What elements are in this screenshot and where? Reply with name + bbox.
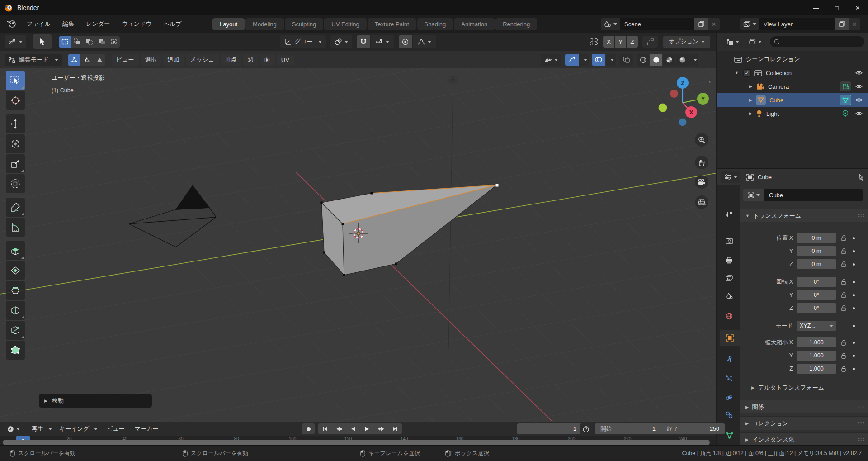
tab-tool[interactable] <box>720 206 739 223</box>
collapse-arrow-icon[interactable]: ▼ <box>735 71 739 75</box>
menu-select[interactable]: 選択 <box>141 54 161 66</box>
start-frame-field[interactable]: 開始 1 <box>595 423 661 434</box>
collection-checkbox[interactable]: ✓ <box>743 69 751 77</box>
tab-animation[interactable]: Animation <box>454 18 495 30</box>
menu-vertex[interactable]: 頂点 <box>221 54 241 66</box>
tab-physics[interactable] <box>720 390 739 406</box>
tab-scene[interactable] <box>720 288 739 304</box>
mesh-data-badge[interactable] <box>840 95 851 105</box>
gizmo-dropdown[interactable] <box>579 54 589 66</box>
loc-x-field[interactable]: 0 m <box>797 233 836 243</box>
menu-render[interactable]: レンダー <box>80 18 116 30</box>
tab-modeling[interactable]: Modeling <box>245 18 284 30</box>
rotation-mode-dropdown[interactable]: XYZ .. <box>797 321 836 331</box>
tool-bevel[interactable] <box>6 281 25 300</box>
transform-panel-header[interactable]: ▼ トランスフォーム ∷∷ <box>740 209 868 222</box>
object-id-browse[interactable] <box>743 189 764 201</box>
snap-projection-toggle[interactable] <box>642 36 658 48</box>
menu-keying[interactable]: キーイング <box>57 423 92 435</box>
falloff-dropdown[interactable] <box>413 35 436 48</box>
proportional-editing-toggle[interactable] <box>399 35 412 48</box>
lock-open-icon[interactable] <box>840 261 846 267</box>
light-data-badge[interactable] <box>840 109 851 119</box>
tool-scale[interactable] <box>6 154 25 173</box>
auto-keying-record-button[interactable] <box>302 423 315 434</box>
outliner-search[interactable] <box>770 36 864 47</box>
scale-y-field[interactable]: 1.000 <box>797 351 836 361</box>
active-tool-select-box[interactable] <box>33 34 52 49</box>
tool-annotate[interactable] <box>6 198 25 217</box>
tab-particles[interactable] <box>720 371 739 387</box>
orthographic-toggle-button[interactable] <box>695 195 708 209</box>
mirror-z-toggle[interactable]: Z <box>627 36 638 48</box>
xray-toggle[interactable] <box>619 54 633 66</box>
gizmo-axis-neg-x[interactable] <box>670 90 678 98</box>
tab-world[interactable] <box>720 308 739 324</box>
animate-dot[interactable] <box>853 307 855 309</box>
end-frame-field[interactable]: 終了 250 <box>661 423 725 434</box>
shading-dropdown[interactable] <box>689 54 698 66</box>
menu-mesh[interactable]: メッシュ <box>186 54 219 66</box>
cube-mesh[interactable] <box>321 184 499 276</box>
tool-rotate[interactable] <box>6 134 25 153</box>
expand-arrow-icon[interactable]: ▶ <box>749 98 752 102</box>
animate-dot[interactable] <box>853 294 855 296</box>
select-mode-invert[interactable] <box>95 36 108 48</box>
camera-object[interactable] <box>129 185 216 247</box>
menu-window[interactable]: ウィンドウ <box>116 18 158 30</box>
maximize-button[interactable]: □ <box>826 0 847 15</box>
mirror-y-toggle[interactable]: Y <box>615 36 626 48</box>
object-name-field[interactable]: Cube <box>764 189 863 201</box>
tab-object[interactable] <box>720 330 740 346</box>
properties-editor-type-dropdown[interactable] <box>721 171 740 183</box>
tab-render[interactable] <box>720 233 739 249</box>
menu-add[interactable]: 追加 <box>163 54 184 66</box>
animate-dot[interactable] <box>853 281 855 283</box>
outliner-row-scene-collection[interactable]: シーンコレクション <box>717 52 868 66</box>
gizmo-axis-neg-z[interactable] <box>679 119 687 126</box>
animate-dot[interactable] <box>853 325 855 327</box>
scene-name-field[interactable]: Scene <box>620 18 694 30</box>
tool-knife[interactable] <box>6 321 25 340</box>
select-mode-new[interactable] <box>59 36 71 48</box>
timeline-editor-type-dropdown[interactable] <box>4 423 24 434</box>
jump-prev-keyframe-button[interactable] <box>332 423 346 434</box>
scene-browse-button[interactable] <box>601 18 620 30</box>
tool-transform[interactable] <box>6 174 25 193</box>
snap-target-dropdown[interactable] <box>371 35 394 48</box>
panel-grip[interactable]: ∷∷ <box>858 437 864 442</box>
animate-dot[interactable] <box>853 250 855 252</box>
camera-data-badge[interactable] <box>840 81 851 91</box>
animate-dot[interactable] <box>853 355 855 357</box>
menu-view[interactable]: ビュー <box>104 423 127 435</box>
show-gizmo-toggle[interactable] <box>565 54 579 66</box>
overlays-dropdown[interactable] <box>606 54 616 66</box>
edge-select-mode[interactable] <box>80 54 93 66</box>
menu-edit[interactable]: 編集 <box>57 18 80 30</box>
lock-open-icon[interactable] <box>840 292 846 298</box>
tab-view-layer[interactable] <box>720 270 739 286</box>
eye-icon[interactable] <box>855 111 863 116</box>
selected-vertex[interactable] <box>496 184 499 187</box>
viewport-3d[interactable]: ユーザー・透視投影 (1) Cube <box>0 68 716 422</box>
menu-edge[interactable]: 辺 <box>243 54 258 66</box>
active-tool-dropdown[interactable] <box>5 35 26 48</box>
show-overlays-toggle[interactable] <box>592 54 605 66</box>
delta-transform-subpanel[interactable]: ▶ デルタトランスフォーム <box>751 382 824 393</box>
zoom-button[interactable] <box>695 133 708 147</box>
jump-to-end-button[interactable] <box>388 423 402 434</box>
tool-extrude-region[interactable] <box>6 241 25 260</box>
timeline-scrollbar[interactable] <box>3 440 710 445</box>
tab-texture-paint[interactable]: Texture Paint <box>368 18 416 30</box>
outliner-row-light[interactable]: ▶ Light <box>717 107 868 120</box>
panel-grip[interactable]: ∷∷ <box>858 421 864 426</box>
view-layer-copy-button[interactable] <box>835 18 849 30</box>
tool-cursor[interactable] <box>6 91 25 110</box>
snap-toggle[interactable] <box>357 35 370 48</box>
outliner-display-mode-dropdown[interactable] <box>723 36 743 48</box>
select-mode-extend[interactable] <box>71 36 83 48</box>
loc-z-field[interactable]: 0 m <box>797 259 836 269</box>
use-preview-range-toggle[interactable] <box>580 423 592 434</box>
minimize-button[interactable]: — <box>806 0 826 15</box>
menu-face[interactable]: 面 <box>260 54 275 66</box>
